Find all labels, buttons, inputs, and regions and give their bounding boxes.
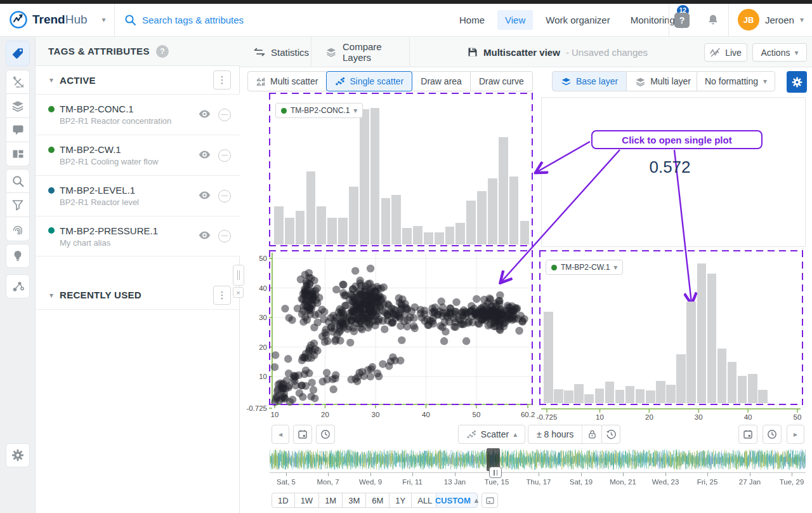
visibility-eye-icon[interactable]	[199, 109, 211, 121]
tag-color-dot	[281, 108, 287, 114]
history-button[interactable]	[601, 425, 620, 444]
visibility-eye-icon[interactable]	[199, 190, 211, 202]
svg-text:50: 50	[473, 411, 481, 418]
app-logo[interactable]: TrendHub	[9, 4, 106, 36]
clock-icon	[767, 429, 777, 439]
remove-tag-icon[interactable]	[218, 230, 231, 243]
chevron-down-icon	[794, 49, 798, 57]
timeline-date-label: Mon, 7	[317, 478, 339, 486]
help-icon[interactable]	[674, 13, 690, 28]
tab-statistics[interactable]: Statistics	[240, 37, 311, 67]
tag-row-conc[interactable]: TM-BP2-CONC.1 BP2-R1 Reactor concentrati…	[36, 94, 240, 135]
chevron-down-icon	[353, 107, 357, 114]
tag-row-pressure[interactable]: TM-BP2-PRESSURE.1 My chart alias	[36, 216, 240, 256]
tag-chip-cw[interactable]: TM-BP2-CW.1	[546, 260, 623, 275]
pan-left-button[interactable]	[272, 425, 289, 444]
active-menu-button[interactable]	[213, 70, 231, 90]
tag-row-level[interactable]: TM-BP2-LEVEL.1 BP2-R1 Reactor level	[36, 175, 240, 216]
svg-text:10: 10	[596, 413, 604, 421]
remove-tag-icon[interactable]	[218, 149, 231, 162]
time-button[interactable]	[316, 425, 335, 444]
time-window-button[interactable]: ± 8 hours	[528, 425, 582, 443]
nav-item-monitoring[interactable]: Monitoring 12	[623, 10, 683, 30]
base-layer-button[interactable]: Base layer	[552, 71, 627, 91]
sidebar-item-tags[interactable]	[6, 41, 30, 66]
save-icon[interactable]	[468, 47, 478, 57]
sidebar-item-context[interactable]	[6, 274, 30, 298]
nav-item-work-organizer[interactable]: Work organizer	[538, 10, 617, 30]
context-bar-timeline[interactable]	[270, 448, 806, 471]
single-scatter-button[interactable]: Single scatter	[326, 71, 412, 91]
global-search[interactable]	[124, 4, 326, 36]
tab-compare-layers[interactable]: Compare Layers	[311, 37, 410, 67]
sidebar-item-settings[interactable]	[6, 443, 30, 467]
sidebar-item-comments[interactable]	[6, 118, 30, 142]
sidebar-item-fingerprint[interactable]	[6, 217, 30, 241]
clock-icon	[320, 429, 331, 439]
zoom-1w-button[interactable]: 1W	[294, 493, 320, 508]
collapse-chevron-icon[interactable]	[49, 76, 53, 84]
live-button[interactable]: Live	[704, 43, 747, 62]
base-layer-icon	[561, 77, 572, 86]
notifications-bell-icon[interactable]	[705, 13, 721, 30]
lock-button[interactable]	[582, 425, 602, 443]
multi-scatter-button[interactable]: Multi scatter	[247, 71, 327, 91]
sidebar-item-layers[interactable]	[6, 94, 30, 118]
tag-name: TM-BP2-CONC.1	[60, 103, 134, 114]
visibility-eye-icon[interactable]	[199, 150, 211, 161]
zoom-1d-button[interactable]: 1D	[272, 493, 295, 508]
svg-text:40: 40	[259, 284, 267, 292]
chart-settings-button[interactable]	[787, 71, 807, 93]
formatting-select[interactable]: No formatting	[697, 71, 775, 91]
remove-tag-icon[interactable]	[218, 109, 231, 121]
timeline-date-label: Fri, 11	[402, 478, 422, 486]
tag-icon	[11, 46, 25, 60]
visibility-eye-icon[interactable]	[199, 230, 211, 242]
panel-title: TAGS & ATTRIBUTES	[48, 46, 150, 57]
remove-tag-icon[interactable]	[218, 190, 231, 203]
draw-curve-button[interactable]: Draw curve	[470, 71, 533, 91]
tag-description: BP2-R1 Reactor level	[60, 197, 139, 207]
context-time-button[interactable]	[763, 425, 782, 444]
draw-area-button[interactable]: Draw area	[412, 71, 471, 91]
scatter-mode-group: Multi scatter Single scatter Draw area D…	[247, 71, 533, 91]
annotation-label[interactable]: Click to open single plot	[591, 130, 763, 149]
tag-row-cw[interactable]: TM-BP2-CW.1 BP2-R1 Cooling water flow	[36, 135, 240, 175]
timeline-date-label: 13 Jan	[444, 478, 466, 486]
actions-button[interactable]: Actions	[752, 43, 807, 62]
context-items-icon	[11, 280, 25, 293]
timeline-date-label: Thu, 17	[527, 478, 551, 486]
tag-chip-conc[interactable]: TM-BP2-CONC.1	[275, 103, 363, 118]
zoom-1y-button[interactable]: 1Y	[389, 493, 412, 508]
calendar-button[interactable]	[293, 425, 312, 444]
sidebar-item-dashboard[interactable]	[6, 142, 30, 166]
context-calendar-button[interactable]	[738, 425, 757, 444]
multi-layer-button[interactable]: Multi layer	[626, 71, 700, 91]
chart-type-select[interactable]: Scatter	[458, 425, 525, 444]
zoom-custom-button[interactable]: CUSTOM	[436, 493, 478, 508]
zoom-3m-button[interactable]: 3M	[342, 493, 366, 508]
nav-item-home[interactable]: Home	[452, 10, 492, 30]
correlation-value[interactable]: 0.572	[634, 157, 705, 177]
sidebar-item-recommendations[interactable]	[6, 244, 30, 268]
pan-right-button[interactable]	[787, 425, 804, 444]
sidebar-item-search[interactable]	[6, 169, 30, 193]
sidebar-item-filter[interactable]	[6, 193, 30, 217]
collapse-chevron-icon[interactable]	[49, 291, 53, 299]
search-input[interactable]	[142, 15, 326, 25]
fingerprint-icon	[11, 222, 25, 236]
zoom-1m-button[interactable]: 1M	[318, 493, 343, 508]
zoom-all-button[interactable]: ALL	[411, 493, 438, 508]
panel-help-icon[interactable]	[156, 45, 169, 58]
sidebar-item-formulas[interactable]	[6, 70, 30, 94]
recently-used-menu-button[interactable]	[213, 286, 231, 305]
zoom-6m-button[interactable]: 6M	[365, 493, 390, 508]
timeline-selection-handle[interactable]	[489, 467, 502, 478]
brand-chevron-down-icon[interactable]	[102, 16, 106, 23]
brand-name-bold: Trend	[32, 13, 65, 26]
user-menu[interactable]: JB Jeroen	[738, 4, 804, 36]
timeline-axis	[270, 472, 806, 473]
expand-range-button[interactable]	[481, 493, 498, 508]
magnifier-icon	[11, 175, 25, 188]
nav-item-view[interactable]: View	[497, 10, 533, 30]
